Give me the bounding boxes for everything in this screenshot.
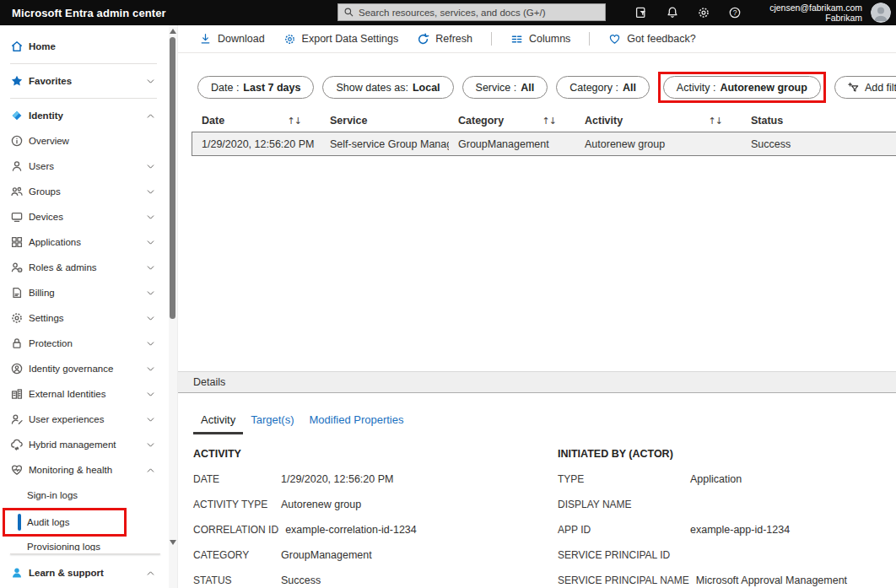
sidebar-item-label: Groups <box>29 186 61 197</box>
groups-icon <box>10 185 24 198</box>
search-input[interactable] <box>359 8 600 18</box>
sidebar-item-roles-admins[interactable]: Roles & admins <box>0 255 169 280</box>
sidebar-item-user-experiences[interactable]: User experiences <box>0 407 169 432</box>
directory-filter-icon[interactable] <box>634 6 648 19</box>
topbar-icon-group: ? <box>634 0 742 25</box>
table-row[interactable]: 1/29/2020, 12:56:20 PMSelf-service Group… <box>192 132 896 156</box>
filter-pill-activity[interactable]: Activity :Autorenew group <box>663 76 821 99</box>
add-filter-icon <box>848 82 860 94</box>
chevron-down-icon <box>146 289 155 298</box>
sidebar-item-external-identities[interactable]: External Identities <box>0 381 169 407</box>
table-cell: Self-service Group Manag... <box>321 138 449 150</box>
sidebar-item-home[interactable]: Home <box>0 34 169 59</box>
export-data-settings-button[interactable]: Export Data Settings <box>283 33 399 46</box>
billing-icon <box>10 286 24 299</box>
details-bar[interactable]: Details <box>178 371 896 393</box>
sidebar-item-users[interactable]: Users <box>0 154 169 179</box>
avatar[interactable] <box>871 3 891 23</box>
chevron-down-icon <box>146 339 155 348</box>
details-bar-title: Details <box>193 376 225 388</box>
sidebar-item-provisioning-logs[interactable]: Provisioning logs <box>0 537 169 551</box>
got-feedback-button[interactable]: Got feedback? <box>608 33 695 46</box>
column-label: Service <box>330 115 367 127</box>
refresh-button[interactable]: Refresh <box>417 33 472 46</box>
tab-target-s[interactable]: Target(s) <box>243 413 301 434</box>
filter-pill-show-dates-as[interactable]: Show dates as:Local <box>322 76 453 99</box>
divider <box>10 63 157 64</box>
sidebar-item-label: Applications <box>29 237 81 247</box>
sidebar-item-protection[interactable]: Protection <box>0 331 169 356</box>
sidebar-item-monitoring-health[interactable]: Monitoring & health <box>0 457 169 483</box>
column-header-date[interactable]: Date↑↓ <box>192 115 320 127</box>
column-header-status[interactable]: Status <box>741 115 896 127</box>
column-header-category[interactable]: Category↑↓ <box>448 115 575 127</box>
download-button[interactable]: Download <box>199 33 265 46</box>
sort-arrows-icon[interactable]: ↑↓ <box>709 116 722 127</box>
sidebar-item-label: Hybrid management <box>29 440 116 450</box>
tab-modified-properties[interactable]: Modified Properties <box>301 413 411 434</box>
sort-arrows-icon[interactable]: ↑↓ <box>542 116 556 127</box>
column-label: Status <box>751 115 783 127</box>
field-value: Autorenew group <box>281 499 361 510</box>
detail-field-type: TYPEApplication <box>558 467 896 492</box>
detail-field-service-principal-id: SERVICE PRINCIPAL ID <box>558 542 896 568</box>
scrollbar-thumb[interactable] <box>170 37 175 319</box>
sidebar-item-label: Devices <box>29 212 63 222</box>
sidebar-item-groups[interactable]: Groups <box>0 179 169 204</box>
filter-pill-service[interactable]: Service :All <box>462 76 548 99</box>
feedback-heart-icon <box>608 33 621 46</box>
sidebar-item-sign-in-logs[interactable]: Sign-in logs <box>0 483 169 508</box>
filter-pill-date[interactable]: Date :Last 7 days <box>197 76 314 99</box>
sidebar-item-billing[interactable]: Billing <box>0 280 169 305</box>
sidebar-item-learn-support[interactable]: Learn & support <box>0 558 169 588</box>
sidebar-item-settings[interactable]: Settings <box>0 305 169 331</box>
account-tenant: Fabrikam <box>769 13 862 23</box>
sidebar-item-hybrid-management[interactable]: Hybrid management <box>0 432 169 457</box>
chevron-down-icon <box>146 415 155 424</box>
add-filters-button[interactable]: Add filters <box>834 76 896 99</box>
field-value: Success <box>281 575 321 586</box>
notifications-bell-icon[interactable] <box>666 6 679 19</box>
global-search[interactable] <box>337 3 606 21</box>
home-icon <box>10 40 24 53</box>
download-icon <box>199 33 212 46</box>
toolbar-separator <box>491 32 492 46</box>
chevron-up-icon <box>146 466 155 475</box>
details-section-activity: ACTIVITYDATE1/29/2020, 12:56:20 PMACTIVI… <box>193 448 558 588</box>
detail-field-display-name: DISPLAY NAME <box>558 492 896 517</box>
sidebar-item-identity[interactable]: Identity <box>0 103 169 128</box>
sidebar-item-favorites[interactable]: Favorites <box>0 68 169 94</box>
scroll-up-arrow-icon[interactable] <box>170 29 176 34</box>
sidebar-item-applications[interactable]: Applications <box>0 229 169 255</box>
sidebar-item-devices[interactable]: Devices <box>0 204 169 229</box>
toolbar-button-label: Refresh <box>435 33 472 45</box>
column-header-activity[interactable]: Activity↑↓ <box>575 115 741 127</box>
toolbar-button-label: Got feedback? <box>627 33 695 45</box>
settings-gear-icon[interactable] <box>697 6 710 19</box>
account-info[interactable]: cjensen@fabrikam.com Fabrikam <box>769 3 862 23</box>
filter-value: Local <box>413 82 440 94</box>
scroll-down-arrow-icon[interactable] <box>170 540 176 545</box>
details-tabs: ActivityTarget(s)Modified Properties <box>178 413 896 434</box>
sidebar-item-label: Settings <box>29 313 64 323</box>
devices-icon <box>10 210 24 224</box>
chevron-down-icon <box>146 364 155 374</box>
columns-button[interactable]: Columns <box>510 33 570 46</box>
info-icon <box>10 134 24 148</box>
filter-label: Date : <box>211 82 239 94</box>
sidebar-item-identity-governance[interactable]: Identity governance <box>0 356 169 381</box>
details-fields: ACTIVITYDATE1/29/2020, 12:56:20 PMACTIVI… <box>178 448 896 588</box>
sort-arrows-icon[interactable]: ↑↓ <box>288 116 301 127</box>
field-label: CATEGORY <box>193 549 274 561</box>
chevron-up-icon <box>146 111 155 121</box>
help-icon[interactable]: ? <box>728 6 742 19</box>
details-section-initiated-by-actor: INITIATED BY (ACTOR)TYPEApplicationDISPL… <box>558 448 896 588</box>
column-header-service[interactable]: Service <box>320 115 448 127</box>
add-filters-label: Add filters <box>865 82 896 94</box>
filter-bar: Date :Last 7 daysShow dates as:LocalServ… <box>178 72 896 103</box>
tab-activity[interactable]: Activity <box>193 413 243 434</box>
sidebar-scrollbar[interactable] <box>169 25 177 588</box>
filter-pill-category[interactable]: Category :All <box>556 76 650 99</box>
sidebar-item-audit-logs[interactable]: Audit logs <box>3 508 127 537</box>
sidebar-item-overview[interactable]: Overview <box>0 128 169 154</box>
